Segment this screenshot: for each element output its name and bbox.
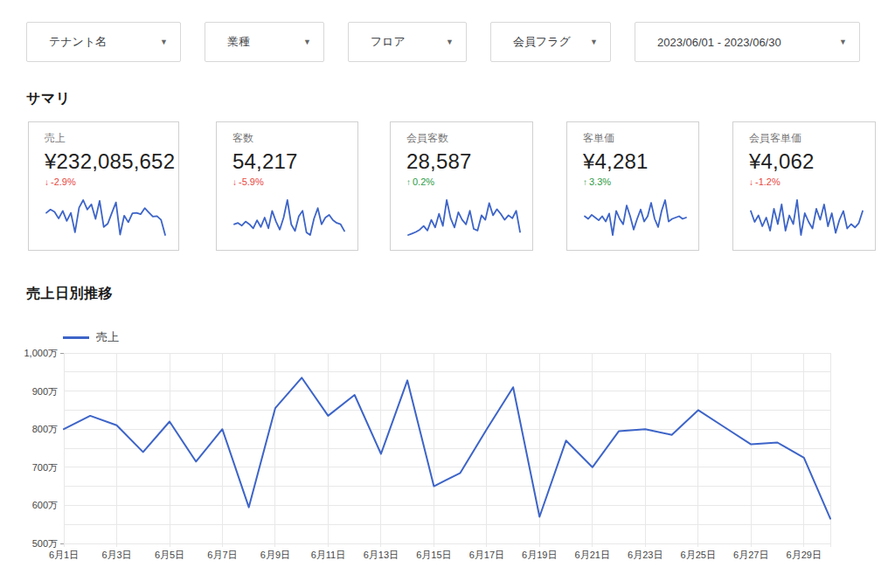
- legend-line-icon: [63, 336, 89, 339]
- scorecard-value: ¥232,085,652: [45, 149, 166, 174]
- x-axis-label: 6月17日: [469, 550, 504, 560]
- filter-floor-dropdown[interactable]: フロア ▼: [348, 22, 467, 62]
- scorecard-sparkline: [232, 192, 346, 238]
- scorecard-value: 28,587: [406, 149, 520, 174]
- chevron-down-icon: ▼: [830, 38, 847, 46]
- scorecard-delta: ↓ -1.2%: [749, 176, 863, 187]
- scorecard-avg-spend: 客単価 ¥4,281 ↑ 3.3%: [566, 121, 699, 251]
- scorecard-sparkline: [583, 192, 688, 238]
- x-axis-label: 6月7日: [207, 550, 237, 560]
- x-axis-label: 6月19日: [522, 550, 557, 560]
- scorecard-member-avg-spend: 会員客単価 ¥4,062 ↓ -1.2%: [732, 121, 876, 251]
- delta-value: -5.9%: [239, 176, 264, 187]
- filter-industry-label: 業種: [227, 34, 250, 50]
- x-axis-label: 6月13日: [364, 550, 399, 560]
- scorecard-label: 会員客単価: [749, 131, 863, 146]
- delta-value: -2.9%: [51, 176, 76, 187]
- summary-section-title: サマリ: [26, 90, 71, 108]
- x-axis-label: 6月1日: [49, 550, 79, 560]
- x-axis-label: 6月5日: [155, 550, 184, 560]
- y-axis-label: 800万: [32, 424, 58, 434]
- y-axis-label: 900万: [32, 386, 58, 397]
- date-range-label: 2023/06/01 - 2023/06/30: [657, 36, 781, 49]
- delta-arrow-icon: ↓: [232, 177, 237, 187]
- scorecard-label: 売上: [45, 131, 166, 146]
- chevron-down-icon: ▼: [581, 38, 598, 46]
- x-axis-label: 6月11日: [311, 550, 346, 560]
- x-axis-label: 6月3日: [101, 550, 131, 560]
- delta-arrow-icon: ↓: [749, 177, 753, 187]
- scorecard-label: 客単価: [583, 131, 686, 146]
- sparkline-path: [585, 200, 686, 235]
- filter-floor-label: フロア: [371, 34, 406, 50]
- x-axis-label: 6月21日: [575, 550, 610, 560]
- y-axis-label: 1,000万: [24, 348, 58, 358]
- scorecard-label: 会員客数: [406, 131, 520, 146]
- y-axis-label: 600万: [32, 500, 58, 510]
- filter-industry-dropdown[interactable]: 業種 ▼: [205, 22, 324, 62]
- sparkline-path: [46, 200, 165, 235]
- date-range-picker[interactable]: 2023/06/01 - 2023/06/30 ▼: [635, 22, 860, 62]
- filter-tenant-dropdown[interactable]: テナント名 ▼: [26, 22, 181, 62]
- scorecard-delta: ↑ 0.2%: [406, 176, 520, 187]
- scorecard-customers: 客数 54,217 ↓ -5.9%: [216, 121, 358, 251]
- filter-tenant-label: テナント名: [49, 34, 107, 50]
- x-axis-label: 6月27日: [733, 550, 768, 560]
- scorecard-sparkline: [749, 192, 864, 238]
- sparkline-path: [234, 200, 344, 235]
- scorecard-sparkline: [406, 192, 522, 238]
- scorecard-value: 54,217: [232, 149, 345, 174]
- delta-value: -1.2%: [755, 176, 781, 187]
- filter-bar: テナント名 ▼ 業種 ▼ フロア ▼ 会員フラグ ▼ 2023/06/01 - …: [26, 22, 860, 62]
- scorecard-sales: 売上 ¥232,085,652 ↓ -2.9%: [28, 121, 179, 251]
- chevron-down-icon: ▼: [151, 38, 168, 46]
- y-axis-label: 500万: [32, 538, 58, 549]
- sales-line-chart-svg: 500万600万700万800万900万1,000万6月1日6月3日6月5日6月…: [17, 343, 883, 579]
- x-axis-label: 6月29日: [787, 550, 822, 560]
- chevron-down-icon: ▼: [295, 38, 311, 46]
- scorecard-member-customers: 会員客数 28,587 ↑ 0.2%: [390, 121, 533, 251]
- x-axis-label: 6月23日: [628, 550, 663, 560]
- sparkline-path: [751, 200, 863, 235]
- x-axis-label: 6月15日: [416, 550, 451, 560]
- delta-value: 0.2%: [413, 176, 434, 187]
- sparkline-path: [408, 200, 520, 235]
- scorecard-delta: ↓ -2.9%: [45, 176, 166, 187]
- delta-arrow-icon: ↑: [406, 177, 411, 187]
- scorecard-delta: ↓ -5.9%: [232, 176, 345, 187]
- scorecard-value: ¥4,281: [583, 149, 686, 174]
- filter-member-flag-label: 会員フラグ: [513, 34, 571, 50]
- filter-member-flag-dropdown[interactable]: 会員フラグ ▼: [490, 22, 611, 62]
- scorecard-label: 客数: [232, 131, 345, 146]
- scorecard-value: ¥4,062: [749, 149, 863, 174]
- x-axis-label: 6月9日: [260, 550, 290, 560]
- delta-arrow-icon: ↑: [583, 177, 587, 187]
- sales-line-chart: 500万600万700万800万900万1,000万6月1日6月3日6月5日6月…: [17, 343, 883, 579]
- chevron-down-icon: ▼: [437, 38, 454, 46]
- y-axis-label: 700万: [32, 462, 58, 473]
- chart-section-title: 売上日別推移: [26, 285, 113, 303]
- delta-arrow-icon: ↓: [45, 177, 49, 187]
- x-axis-label: 6月25日: [681, 550, 716, 560]
- scorecard-delta: ↑ 3.3%: [583, 176, 686, 187]
- scorecard-sparkline: [45, 192, 167, 238]
- delta-value: 3.3%: [589, 176, 611, 187]
